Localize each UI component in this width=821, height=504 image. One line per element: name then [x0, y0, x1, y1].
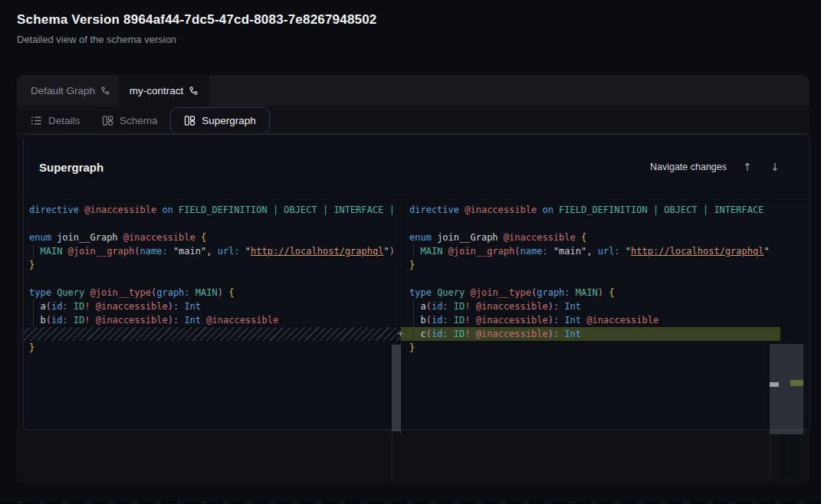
split-panels-icon: [102, 115, 113, 126]
code-line: MAIN @join__graph(name: "main", url: "ht…: [409, 244, 770, 258]
page-subtitle: Detailed view of the schema version: [17, 34, 176, 45]
original-pane[interactable]: directive @inaccessible on FIELD_DEFINIT…: [24, 200, 400, 430]
diff-placeholder-line: [29, 327, 400, 341]
code-line: MAIN @join__graph(name: "main", url: "ht…: [29, 244, 400, 258]
code-line: directive @inaccessible on FIELD_DEFINIT…: [409, 203, 770, 217]
arrow-up-icon: ↑: [743, 161, 752, 173]
code-line: b(id: ID! @inaccessible): Int @inaccessi…: [409, 313, 770, 327]
code-line: a(id: ID! @inaccessible): Int: [409, 299, 770, 313]
code-line: [29, 217, 400, 231]
code-line: [29, 272, 400, 286]
arrow-down-icon: ↓: [770, 161, 780, 173]
list-icon: [31, 115, 42, 126]
code-line: }: [29, 341, 400, 355]
minimap[interactable]: [770, 200, 803, 430]
split-panels-icon: [184, 115, 195, 126]
code-line: type Query @join__type(graph: MAIN) {: [409, 286, 770, 299]
fork-icon: [189, 86, 199, 96]
code-line: enum join__Graph @inaccessible {: [29, 231, 400, 244]
tab-my-contract-label: my-contract: [130, 85, 184, 97]
scrollbar-track-overflow-left: [392, 431, 400, 479]
fork-icon: [100, 86, 110, 96]
minimap-addition-marker: [790, 380, 803, 386]
added-code-line: c(id: ID! @inaccessible): Int: [409, 327, 770, 341]
tab-default-graph-label: Default Graph: [31, 85, 95, 97]
navigate-next-change-button[interactable]: ↓: [768, 161, 782, 173]
code-line: }: [29, 258, 400, 272]
page-title: Schema Version 8964af44-7dc5-47cd-8083-7…: [17, 12, 377, 28]
subtab-supergraph[interactable]: Supergraph: [170, 107, 270, 134]
code-line: [409, 217, 770, 231]
navigate-changes-label: Navigate changes: [650, 162, 727, 172]
code-line: [409, 272, 770, 286]
panel-header: Supergraph Navigate changes ↑ ↓: [39, 155, 782, 179]
minimap-slider[interactable]: [770, 344, 803, 430]
tab-my-contract[interactable]: my-contract: [119, 75, 209, 106]
code-line: a(id: ID! @inaccessible): Int: [29, 299, 400, 313]
minimap-column-overflow: [780, 434, 803, 479]
minimap-deletion-marker: [770, 382, 779, 387]
subtab-schema-label: Schema: [120, 115, 158, 126]
navigate-previous-change-button[interactable]: ↑: [741, 161, 754, 173]
code-line: type Query @join__type(graph: MAIN) {: [29, 286, 400, 299]
code-line: }: [409, 258, 770, 272]
bottom-dashed-edge: [0, 501, 821, 504]
diff-insert-indicator[interactable]: +: [395, 327, 406, 341]
code-line: b(id: ID! @inaccessible): Int @inaccessi…: [29, 313, 400, 327]
panel-title: Supergraph: [39, 161, 103, 174]
subtab-details-label: Details: [48, 115, 80, 126]
diff-editor: directive @inaccessible on FIELD_DEFINIT…: [24, 199, 810, 430]
subtab-schema[interactable]: Schema: [102, 106, 158, 134]
code-line: }: [409, 341, 770, 355]
subtab-details[interactable]: Details: [31, 106, 80, 134]
supergraph-panel: Supergraph Navigate changes ↑ ↓ directiv…: [23, 134, 810, 430]
navigate-changes: Navigate changes ↑ ↓: [650, 161, 782, 173]
subtab-supergraph-label: Supergraph: [202, 115, 256, 126]
left-scrollbar-thumb[interactable]: [392, 345, 401, 430]
modified-pane[interactable]: directive @inaccessible on FIELD_DEFINIT…: [401, 200, 770, 430]
original-code: directive @inaccessible on FIELD_DEFINIT…: [24, 200, 400, 355]
code-line: directive @inaccessible on FIELD_DEFINIT…: [29, 203, 400, 217]
code-line: enum join__Graph @inaccessible {: [409, 231, 770, 244]
tab-default-graph[interactable]: Default Graph: [31, 75, 110, 106]
modified-code: directive @inaccessible on FIELD_DEFINIT…: [401, 200, 770, 355]
minimap-edge-overflow: [770, 434, 770, 479]
